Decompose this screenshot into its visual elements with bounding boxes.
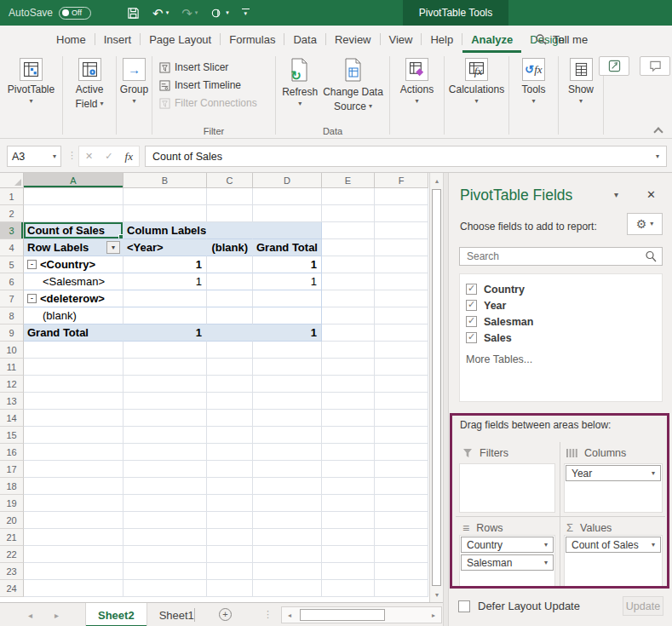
cell-B21[interactable] [123,529,207,546]
row-header-3[interactable]: 3 [0,222,24,239]
cell-D11[interactable] [253,359,322,376]
cell-C19[interactable] [207,495,253,512]
cell-C12[interactable] [207,376,253,393]
cell-E22[interactable] [322,546,375,563]
cell-F19[interactable] [375,495,428,512]
row-header-1[interactable]: 1 [0,188,24,205]
cell-D14[interactable] [253,410,322,427]
cell-A10[interactable] [24,342,123,359]
cell-F16[interactable] [375,444,428,461]
row-header-2[interactable]: 2 [0,205,24,222]
cell-F4[interactable] [375,239,428,256]
cell-F12[interactable] [375,376,428,393]
field-checkbox-country[interactable] [466,284,477,295]
cell-A22[interactable] [24,546,123,563]
cell-A15[interactable] [24,427,123,444]
cell-D1[interactable] [253,188,322,205]
cell-C5[interactable] [207,256,253,273]
cell-B16[interactable] [123,444,207,461]
close-pane-button[interactable] [646,188,656,201]
cell-C4[interactable]: (blank) [207,239,253,256]
cell-E6[interactable] [322,273,375,290]
cell-B10[interactable] [123,342,207,359]
cell-A23[interactable] [24,563,123,580]
cell-D18[interactable] [253,478,322,495]
cell-D13[interactable] [253,393,322,410]
cell-A5[interactable]: <Country> [24,256,123,273]
cell-C14[interactable] [207,410,253,427]
cell-A6[interactable]: <Salesman> [24,273,123,290]
insert-timeline-button[interactable]: Insert Timeline [159,79,257,91]
field-item-country[interactable]: Country [466,281,662,297]
cell-B20[interactable] [123,512,207,529]
area-box-columns[interactable]: Year [564,463,663,513]
insert-function-icon[interactable]: fx [125,150,133,164]
cell-B15[interactable] [123,427,207,444]
formula-input[interactable]: Count of Sales [145,146,667,167]
scroll-down-icon[interactable] [431,588,443,601]
enter-icon[interactable] [105,151,112,162]
row-header-6[interactable]: 6 [0,273,24,290]
row-header-21[interactable]: 21 [0,529,24,546]
cell-C8[interactable] [207,307,253,324]
cell-C3[interactable] [207,222,253,239]
cell-E1[interactable] [322,188,375,205]
cell-D22[interactable] [253,546,322,563]
tab-help[interactable]: Help [422,26,462,53]
cell-B17[interactable] [123,461,207,478]
row-header-15[interactable]: 15 [0,427,24,444]
row-header-5[interactable]: 5 [0,256,24,273]
next-sheet-button[interactable] [55,603,59,626]
refresh-button[interactable]: ↻ Refresh [282,53,318,112]
cell-E18[interactable] [322,478,375,495]
defer-layout-checkbox[interactable] [458,600,470,612]
cell-A14[interactable] [24,410,123,427]
scroll-right-icon[interactable] [428,609,439,621]
row-header-16[interactable]: 16 [0,444,24,461]
vertical-scroll-thumb[interactable] [432,189,441,586]
cell-A3[interactable]: Count of Sales [24,222,123,239]
row-header-12[interactable]: 12 [0,376,24,393]
tab-page-layout[interactable]: Page Layout [141,26,220,53]
cell-C15[interactable] [207,427,253,444]
row-header-11[interactable]: 11 [0,359,24,376]
cell-F2[interactable] [375,205,428,222]
tab-home[interactable]: Home [48,26,95,53]
cell-D4[interactable]: Grand Total [253,239,322,256]
cell-E3[interactable] [322,222,375,239]
cell-F8[interactable] [375,307,428,324]
collapse-button[interactable] [27,294,37,303]
autosave-toggle[interactable]: Off [59,7,91,20]
cell-A17[interactable] [24,461,123,478]
cell-E10[interactable] [322,342,375,359]
cell-C23[interactable] [207,563,253,580]
field-checkbox-salesman[interactable] [466,316,477,327]
new-sheet-button[interactable] [219,608,232,621]
tab-data[interactable]: Data [284,26,325,53]
cell-D19[interactable] [253,495,322,512]
row-header-17[interactable]: 17 [0,461,24,478]
cell-C7[interactable] [207,290,253,307]
cancel-icon[interactable] [85,151,93,162]
cell-A11[interactable] [24,359,123,376]
cell-C24[interactable] [207,580,253,597]
tab-analyze[interactable]: Analyze [462,26,521,53]
cell-F14[interactable] [375,410,428,427]
cell-F17[interactable] [375,461,428,478]
autofilter-dropdown-button[interactable] [106,241,120,254]
row-header-13[interactable]: 13 [0,393,24,410]
row-header-9[interactable]: 9 [0,324,24,342]
cell-D2[interactable] [253,205,322,222]
cell-B9[interactable]: 1 [123,324,207,342]
field-checkbox-year[interactable] [466,300,477,311]
scroll-up-icon[interactable] [431,174,443,187]
cell-B1[interactable] [123,188,207,205]
area-box-values[interactable]: Count of Sales [564,535,663,587]
row-header-14[interactable]: 14 [0,410,24,427]
cell-A18[interactable] [24,478,123,495]
cell-B22[interactable] [123,546,207,563]
cell-D24[interactable] [253,580,322,597]
cell-E7[interactable] [322,290,375,307]
cell-B19[interactable] [123,495,207,512]
tab-insert[interactable]: Insert [95,26,141,53]
